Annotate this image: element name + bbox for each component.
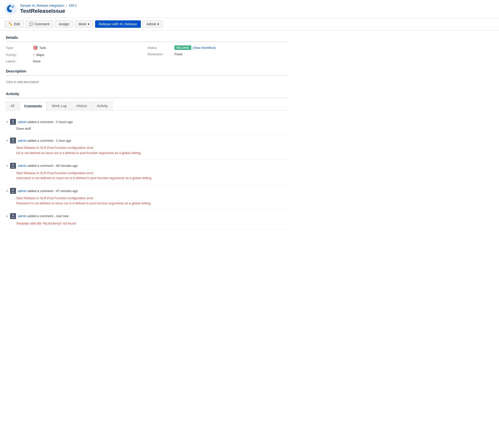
description-placeholder[interactable]: Click to add description [6, 79, 289, 85]
priority-value: ↑ Major [33, 53, 45, 57]
avatar [10, 163, 16, 169]
collapse-icon[interactable]: ∨ [6, 120, 8, 124]
error-line: Username is not defined on issue nor is … [16, 176, 289, 181]
error-line: Template with title 'MyJiraTempl' not fo… [16, 221, 289, 226]
more-dropdown-icon: ▾ [88, 22, 89, 26]
error-line: Start Release In XLR Post Function confi… [16, 145, 289, 151]
header: Sample XL Release Integration / XRI-1 Te… [0, 0, 499, 18]
svg-point-0 [5, 3, 17, 15]
view-workflow-link[interactable]: (View Workflow) [193, 46, 216, 50]
more-button[interactable]: More ▾ [75, 20, 93, 28]
type-row: Type: 🎯 Task [6, 46, 148, 50]
comment-text: Done stuff. [16, 127, 289, 130]
activity-heading: Activity [6, 92, 289, 98]
comment-body: Start Release In XLR Post Function confi… [16, 171, 289, 181]
admin-dropdown-icon: ▾ [157, 22, 159, 26]
comment-entry: ∨ admin added a comment - 2 hours agoDon… [6, 115, 289, 134]
breadcrumb-project-link[interactable]: Sample XL Release Integration [20, 4, 64, 7]
release-button[interactable]: Release with XL Release [95, 20, 141, 28]
resolution-row: Resolution: Fixed [148, 52, 289, 56]
description-heading: Description [6, 69, 289, 76]
avatar [10, 119, 16, 125]
resolution-value: Fixed [175, 52, 183, 56]
activity-section: Activity All Comments Work Log History A… [6, 92, 289, 230]
avatar [10, 138, 16, 144]
activity-tabs: All Comments Work Log History Activity [6, 102, 289, 111]
labels-row: Labels: None [6, 59, 148, 63]
comment-meta: admin added a comment - Just now [18, 214, 68, 218]
priority-icon: ↑ [33, 53, 35, 57]
avatar [10, 188, 16, 194]
type-value: 🎯 Task [33, 46, 46, 50]
error-line: Password is not defined on issue nor is … [16, 201, 289, 206]
svg-point-8 [12, 189, 14, 191]
edit-icon: ✏️ [9, 22, 13, 26]
tab-all[interactable]: All [6, 102, 19, 110]
breadcrumb: Sample XL Release Integration / XRI-1 [20, 4, 77, 7]
tab-activity[interactable]: Activity [92, 102, 112, 110]
app-logo [5, 3, 17, 15]
comment-header: ∨ admin added a comment - 1 hour ago [6, 138, 289, 144]
priority-label: Priority: [6, 53, 33, 57]
comment-entry: ∨ admin added a comment - 1 hour agoStar… [6, 134, 289, 160]
type-label: Type: [6, 46, 33, 50]
author-link[interactable]: admin [18, 139, 27, 143]
comment-entry: ∨ admin added a comment - 49 minutes ago… [6, 160, 289, 185]
author-link[interactable]: admin [18, 120, 27, 124]
comment-body: Template with title 'MyJiraTempl' not fo… [16, 221, 289, 226]
tab-history[interactable]: History [72, 102, 92, 110]
comment-body: Start Release In XLR Post Function confi… [16, 196, 289, 206]
comment-button[interactable]: 💬 Comment [26, 20, 53, 28]
comment-entry: ∨ admin added a comment - 47 minutes ago… [6, 184, 289, 210]
details-left: Type: 🎯 Task Priority: ↑ Major Labels: N… [6, 46, 148, 63]
tab-comments[interactable]: Comments [20, 102, 47, 111]
admin-button[interactable]: Admin ▾ [143, 20, 163, 28]
status-label: Status: [148, 46, 175, 50]
comment-header: ∨ admin added a comment - 49 minutes ago [6, 163, 289, 169]
task-icon: 🎯 [33, 46, 38, 50]
svg-point-10 [12, 214, 14, 216]
collapse-icon[interactable]: ∨ [6, 139, 8, 142]
svg-point-2 [12, 120, 14, 122]
edit-button[interactable]: ✏️ Edit [5, 20, 24, 28]
comment-meta: admin added a comment - 2 hours ago [18, 120, 73, 124]
error-line: Start Release In XLR Post Function confi… [16, 196, 289, 201]
priority-row: Priority: ↑ Major [6, 53, 148, 57]
comment-error: Start Release In XLR Post Function confi… [16, 196, 289, 206]
comment-meta: admin added a comment - 1 hour ago [18, 139, 71, 143]
labels-value: None [33, 59, 41, 63]
author-link[interactable]: admin [18, 164, 27, 168]
collapse-icon[interactable]: ∨ [6, 214, 8, 218]
svg-point-4 [12, 139, 14, 141]
comment-error: Start Release In XLR Post Function confi… [16, 145, 289, 156]
details-grid: Type: 🎯 Task Priority: ↑ Major Labels: N… [6, 46, 289, 63]
resolution-label: Resolution: [148, 52, 175, 56]
comment-header: ∨ admin added a comment - 47 minutes ago [6, 188, 289, 194]
breadcrumb-issue-link[interactable]: XRI-1 [69, 4, 77, 7]
status-value: RELEASE (View Workflow) [175, 46, 216, 50]
labels-label: Labels: [6, 59, 33, 63]
issue-title: TestReleaseIssue [20, 8, 77, 14]
author-link[interactable]: admin [18, 189, 27, 193]
description-section: Description Click to add description [6, 69, 289, 85]
main-content: Details Type: 🎯 Task Priority: ↑ Major L… [0, 31, 295, 235]
assign-button[interactable]: Assign [55, 20, 73, 28]
comments-list: ∨ admin added a comment - 2 hours agoDon… [6, 115, 289, 230]
collapse-icon[interactable]: ∨ [6, 164, 8, 168]
collapse-icon[interactable]: ∨ [6, 189, 8, 192]
comment-error: Template with title 'MyJiraTempl' not fo… [16, 221, 289, 226]
error-line: Start Release In XLR Post Function confi… [16, 171, 289, 176]
comment-meta: admin added a comment - 49 minutes ago [18, 164, 78, 168]
author-link[interactable]: admin [18, 214, 27, 218]
header-title-area: Sample XL Release Integration / XRI-1 Te… [20, 4, 77, 14]
toolbar: ✏️ Edit 💬 Comment Assign More ▾ Release … [0, 18, 499, 31]
error-line: Url is not defined on issue nor is it de… [16, 151, 289, 156]
status-badge: RELEASE [175, 46, 191, 50]
comment-body: Start Release In XLR Post Function confi… [16, 145, 289, 156]
details-right: Status: RELEASE (View Workflow) Resoluti… [148, 46, 289, 63]
details-heading: Details [6, 35, 289, 42]
status-row: Status: RELEASE (View Workflow) [148, 46, 289, 50]
comment-entry: ∨ admin added a comment - Just nowTempla… [6, 210, 289, 230]
tab-worklog[interactable]: Work Log [47, 102, 71, 110]
comment-body: Done stuff. [16, 127, 289, 130]
